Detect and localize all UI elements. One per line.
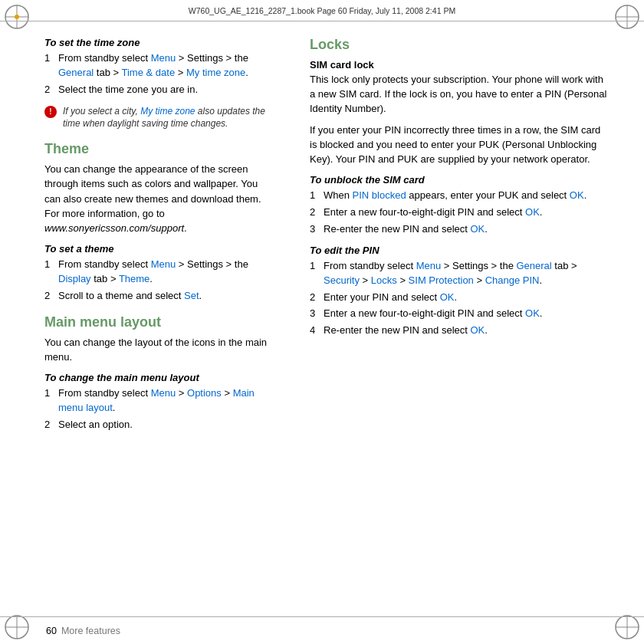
edit-pin-step-2: 2 Enter your PIN and select OK. [310,291,607,305]
unblock-heading: To unblock the SIM card [310,174,607,186]
sim-card-para1: This lock only protects your subscriptio… [310,72,607,117]
change-menu-steps: 1 From standby select Menu > Options > M… [44,386,270,432]
page-number: 60 [46,626,57,636]
time-zone-step-2-text: Select the time zone you are in. [58,83,198,97]
edit-pin-heading: To edit the PIN [310,245,607,256]
note-text: If you select a city, My time zone also … [63,105,270,131]
unblock-step-1: 1 When PIN blocked appears, enter your P… [310,189,607,203]
top-bar: W760_UG_AE_1216_2287_1.book Page 60 Frid… [0,0,644,21]
sim-card-lock-heading: SIM card lock [310,59,607,71]
sim-card-para2: If you enter your PIN incorrectly three … [310,123,607,167]
left-column: To set the time zone 1 From standby sele… [0,21,291,616]
edit-pin-steps: 1 From standby select Menu > Settings > … [310,259,607,338]
change-menu-heading: To change the main menu layout [44,372,270,383]
time-zone-step-2: 2 Select the time zone you are in. [44,83,270,97]
locks-title: Locks [310,37,607,53]
right-column: Locks SIM card lock This lock only prote… [291,21,644,616]
set-theme-step-1: 1 From standby select Menu > Settings > … [44,258,270,287]
time-zone-steps: 1 From standby select Menu > Settings > … [44,51,270,97]
main-menu-title: Main menu layout [44,314,270,330]
change-menu-step-2-text: Select an option. [58,418,133,432]
set-theme-step-2: 2 Scroll to a theme and select Set. [44,289,270,304]
change-menu-step-2: 2 Select an option. [44,418,270,432]
page-container: W760_UG_AE_1216_2287_1.book Page 60 Frid… [0,0,644,644]
theme-title: Theme [44,141,270,157]
change-menu-step-1: 1 From standby select Menu > Options > M… [44,386,270,416]
edit-pin-step-1: 1 From standby select Menu > Settings > … [310,259,607,288]
theme-para: You can change the appearance of the scr… [44,162,270,235]
unblock-step-3: 3 Re-enter the new PIN and select OK. [310,222,607,237]
main-menu-para: You can change the layout of the icons i… [44,335,270,364]
section-label: More features [61,626,120,636]
edit-pin-step-4: 4 Re-enter the new PIN and select OK. [310,324,607,338]
main-content: To set the time zone 1 From standby sele… [0,21,644,616]
note-bullet-icon [44,106,57,118]
time-zone-heading: To set the time zone [44,37,270,48]
edit-pin-step-3: 3 Enter a new four-to-eight-digit PIN an… [310,307,607,321]
bottom-bar: 60 More features [0,616,644,644]
time-zone-step-1: 1 From standby select Menu > Settings > … [44,51,270,80]
unblock-step-2: 2 Enter a new four-to-eight-digit PIN an… [310,205,607,220]
set-theme-steps: 1 From standby select Menu > Settings > … [44,258,270,304]
unblock-steps: 1 When PIN blocked appears, enter your P… [310,189,607,237]
set-theme-heading: To set a theme [44,243,270,255]
note-block: If you select a city, My time zone also … [44,105,270,131]
topbar-text: W760_UG_AE_1216_2287_1.book Page 60 Frid… [189,6,455,15]
